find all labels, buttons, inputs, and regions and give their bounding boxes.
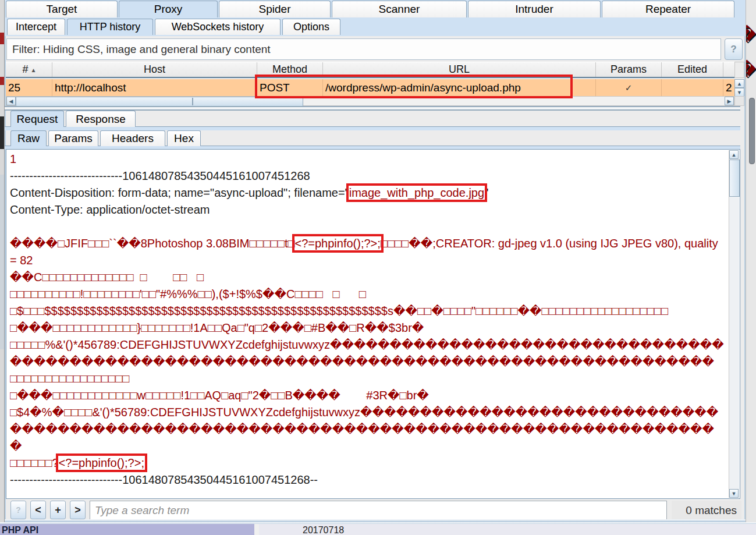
tab-intruder[interactable]: Intruder [468,1,601,17]
tab-label: Raw [17,132,40,145]
editor-line: □$4�%�□□□□&'()*56789:CDEFGHIJSTUVWXYZcde… [10,404,725,455]
editor-line: □���□□□□□□□□□□□□}□□□□□□□!1A□□Qa□"q□2���□… [10,320,725,336]
editor-text-segment: □$4�%�□□□□&'()*56789:CDEFGHIJSTUVWXYZcde… [10,406,718,452]
editor-scroll-up-button[interactable]: ▲ [729,150,739,159]
editor-scrollbar-thumb[interactable] [729,160,740,197]
tab-label: Intruder [515,3,553,16]
column-label: # [22,63,28,76]
scroll-left-button[interactable]: ◀ [6,97,16,105]
table-row[interactable]: 25 http://localhost POST /wordpress/wp-a… [6,79,734,96]
column-header-host[interactable]: Host [52,62,257,77]
tab-label: Scanner [379,3,420,16]
cell-number: 25 [6,79,52,96]
tab-hex[interactable]: Hex [167,130,201,146]
column-header-method[interactable]: Method [257,62,323,77]
column-header-params[interactable]: Params [596,62,662,77]
editor-text-segment: □$□□□$$$$$$$$$$$$$$$$$$$$$$$$$$$$$$$$$$$… [10,304,668,317]
tab-target[interactable]: Target [6,1,118,17]
arrow-up-icon: ▲ [732,152,737,158]
background-cell-date: 20170718 [259,524,756,535]
history-table-header: # ▴ Host Method URL Params Edited [6,62,734,78]
column-header-number[interactable]: # ▴ [6,62,52,77]
filter-help-button[interactable]: ? [725,38,743,60]
editor-line: ��C□□□□□□□□□□□□□ □ □□ □ [10,269,725,286]
scroll-right-button[interactable]: ▶ [725,97,734,105]
arrow-left-icon: ◀ [9,98,13,104]
column-label: Method [272,63,307,76]
match-count-label: 0 matches [672,501,741,520]
editor-line: □□□□□%&'()*456789:CDEFGHIJSTUVWXYZcdefgh… [10,336,725,370]
editor-text-segment: □□□□□□□□□□□□□□□□□ [10,372,129,385]
tab-params-view[interactable]: Params [48,130,98,146]
tab-label: HTTP history [80,21,141,33]
table-horizontal-scrollbar[interactable]: ◀ ▶ [6,96,734,106]
search-input[interactable] [90,501,667,520]
tab-label: Headers [112,132,154,145]
tab-options[interactable]: Options [282,19,340,35]
column-header-edited[interactable]: Edited [662,62,723,77]
tab-label: Repeater [645,3,691,16]
editor-text-segment: -----------------------------10614807854… [10,169,310,182]
cell-clipped: 2 [723,79,734,96]
tab-label: Target [47,3,77,16]
filter-bar[interactable]: Filter: Hiding CSS, image and general bi… [6,38,721,60]
left-edge-mark [0,33,4,44]
editor-text-segment: 1 [10,153,16,165]
scrollbar-tick [192,98,193,105]
tab-response[interactable]: Response [66,111,136,127]
tab-label: Response [76,113,126,126]
editor-text-segment: □���□□□□□□□□□□□□}□□□□□□□!1A□□Qa□"q□2���□… [10,321,424,334]
editor-vertical-scrollbar[interactable]: ▲ ▼ [729,150,739,498]
background-cell-php-api: PHP API [0,524,254,535]
column-header-url[interactable]: URL [323,62,596,77]
editor-line: □���□□□□□□□□□□□□w□□□□□!1□□AQ□aq□"2�□□B��… [10,387,725,404]
table-scroll-down-button[interactable]: ▼ [734,88,744,97]
panel-divider[interactable] [5,106,740,111]
tab-spider[interactable]: Spider [219,1,331,17]
editor-line: Content-Type: application/octet-stream [10,201,725,218]
editor-text-segment: Content-Type: application/octet-stream [10,203,210,216]
tab-scanner[interactable]: Scanner [332,1,467,17]
editor-text-segment: □□□□□%&'()*456789:CDEFGHIJSTUVWXYZcdefgh… [10,338,724,368]
tab-http-history[interactable]: HTTP history [67,19,153,35]
left-edge-mark [0,175,4,349]
tab-request[interactable]: Request [10,111,64,127]
tab-label: Intercept [16,21,56,33]
search-help-button[interactable]: ? [10,501,26,519]
cell-url: /wordpress/wp-admin/async-upload.php [323,79,596,96]
chevron-right-icon: > [74,504,81,516]
tab-headers[interactable]: Headers [100,130,165,146]
editor-text-segment: ��C□□□□□□□□□□□□□ □ □□ □ [10,271,204,284]
request-raw-editor[interactable]: 1-----------------------------1061480785… [6,149,740,499]
tab-intercept[interactable]: Intercept [7,19,65,35]
search-next-button[interactable]: > [70,501,86,519]
column-header-stub [723,62,734,77]
tab-label: Params [54,132,92,145]
request-body-text: 1-----------------------------1061480785… [10,151,725,497]
cell-host: http://localhost [52,79,257,96]
arrow-right-icon: ▶ [727,98,732,104]
background-window-left-edge [0,0,5,522]
table-scroll-up-button[interactable]: ▲ [734,79,744,88]
editor-text-segment: " [484,186,488,199]
burp-main-window: Target Proxy Spider Scanner Intruder Rep… [5,0,746,522]
tab-raw[interactable]: Raw [10,130,47,146]
tab-label: Options [293,21,329,33]
cell-edited [662,79,723,96]
search-add-button[interactable]: + [50,501,66,519]
tab-label: Hex [174,132,194,145]
editor-line: □$□□□$$$$$$$$$$$$$$$$$$$$$$$$$$$$$$$$$$$… [10,303,725,320]
search-previous-button[interactable]: < [30,501,46,519]
question-icon: ? [16,505,21,515]
scrollbar-thumb[interactable] [16,97,303,107]
chevron-left-icon: < [35,504,41,516]
tab-websockets-history[interactable]: WebSockets history [155,19,281,35]
checkmark-icon: ✓ [625,83,633,93]
column-label: URL [449,63,470,76]
editor-line: -----------------------------10614807854… [10,168,725,185]
annotation-boxed-text: <?=phpinfo();?>; [59,456,144,469]
tab-repeater[interactable]: Repeater [602,1,734,17]
tab-proxy[interactable]: Proxy [119,1,218,17]
editor-scroll-down-button[interactable]: ▼ [729,489,739,498]
sort-ascending-icon: ▴ [31,66,35,74]
